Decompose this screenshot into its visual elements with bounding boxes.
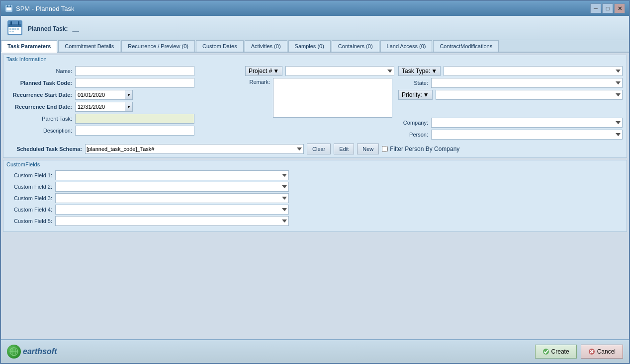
tab-containers[interactable]: Containers (0) bbox=[332, 40, 379, 52]
task-type-select[interactable] bbox=[444, 66, 623, 76]
priority-select[interactable] bbox=[436, 90, 623, 100]
person-select[interactable] bbox=[431, 130, 623, 140]
svg-rect-12 bbox=[14, 28, 16, 30]
project-row: Project # ▼ ▼ bbox=[245, 66, 394, 76]
cf-row-4: Custom Field 4: ▼ bbox=[7, 205, 623, 215]
edit-button[interactable]: Edit bbox=[334, 144, 354, 154]
name-label: Name: bbox=[7, 68, 72, 74]
parent-task-input[interactable] bbox=[75, 114, 194, 124]
name-input[interactable] bbox=[75, 66, 194, 76]
schema-row: Scheduled Task Schema: [planned_task_cod… bbox=[3, 143, 627, 157]
header-area: Planned Task: __ bbox=[1, 16, 629, 40]
spacer bbox=[398, 102, 623, 116]
project-dropdown-icon: ▼ bbox=[273, 68, 279, 74]
task-type-label-button[interactable]: Task Type: ▼ bbox=[398, 66, 441, 76]
recurrence-start-dropdown[interactable]: ▼ bbox=[125, 90, 133, 100]
tab-commitment-details[interactable]: Commitment Details bbox=[58, 40, 120, 52]
planned-task-code-input[interactable] bbox=[75, 78, 194, 88]
schema-select[interactable]: [planned_task_code]_Task# bbox=[85, 144, 304, 154]
person-row: Person: ▼ bbox=[398, 130, 623, 140]
recurrence-end-input[interactable] bbox=[75, 102, 133, 112]
svg-rect-11 bbox=[12, 28, 14, 30]
new-button[interactable]: New bbox=[357, 144, 379, 154]
svg-rect-14 bbox=[9, 31, 11, 32]
svg-rect-7 bbox=[8, 24, 21, 27]
project-select[interactable] bbox=[285, 66, 394, 76]
clear-button[interactable]: Clear bbox=[307, 144, 331, 154]
company-select[interactable] bbox=[431, 118, 623, 128]
close-button[interactable]: ✕ bbox=[614, 3, 625, 13]
tab-samples[interactable]: Samples (0) bbox=[288, 40, 331, 52]
filter-person-text: Filter Person By Company bbox=[390, 146, 459, 152]
state-select-wrap: ▼ bbox=[431, 78, 623, 88]
company-label: Company: bbox=[398, 120, 428, 126]
tab-task-parameters[interactable]: Task Parameters bbox=[1, 40, 57, 53]
project-label-button[interactable]: Project # ▼ bbox=[245, 66, 282, 76]
content-area: Task Information Name: Planned Task Code… bbox=[1, 53, 629, 339]
tab-activities[interactable]: Activities (0) bbox=[245, 40, 287, 52]
recurrence-end-dropdown[interactable]: ▼ bbox=[125, 102, 133, 112]
parent-task-row: Parent Task: bbox=[7, 114, 241, 124]
person-select-wrap: ▼ bbox=[431, 130, 623, 140]
svg-rect-9 bbox=[18, 21, 19, 25]
description-input[interactable] bbox=[75, 126, 194, 136]
cf-select-3[interactable] bbox=[55, 193, 289, 203]
custom-fields-layout: Custom Field 1: ▼ Custom Field 2: ▼ Cust… bbox=[3, 168, 627, 231]
cf-label-2: Custom Field 2: bbox=[7, 184, 52, 190]
task-type-row: Task Type: ▼ ▼ bbox=[398, 66, 623, 76]
company-row: Company: ▼ bbox=[398, 118, 623, 128]
recurrence-start-label: Recurrence Start Date: bbox=[7, 92, 72, 98]
recurrence-end-wrap: ▼ bbox=[75, 102, 133, 112]
state-row: State: ▼ bbox=[398, 78, 623, 88]
task-type-dropdown-icon: ▼ bbox=[431, 68, 437, 74]
tab-custom-dates[interactable]: Custom Dates bbox=[196, 40, 244, 52]
cancel-label: Cancel bbox=[597, 348, 616, 355]
description-label: Description: bbox=[7, 128, 72, 134]
filter-person-label[interactable]: Filter Person By Company bbox=[382, 146, 459, 152]
state-select[interactable] bbox=[431, 78, 623, 88]
cf-select-wrap-1: ▼ bbox=[55, 170, 289, 180]
cf-label-3: Custom Field 3: bbox=[7, 195, 52, 201]
priority-label-button[interactable]: Priority: ▼ bbox=[398, 90, 433, 100]
window-title: SPM - Planned Task bbox=[16, 5, 75, 12]
custom-fields-label: CustomFields bbox=[3, 160, 627, 168]
cf-label-4: Custom Field 4: bbox=[7, 207, 52, 213]
project-select-wrap: ▼ bbox=[285, 66, 394, 76]
cf-select-wrap-5: ▼ bbox=[55, 216, 289, 226]
create-button[interactable]: Create bbox=[535, 345, 577, 359]
name-row: Name: bbox=[7, 66, 241, 76]
schema-label: Scheduled Task Schema: bbox=[7, 146, 82, 152]
cf-select-5[interactable] bbox=[55, 216, 289, 226]
svg-rect-10 bbox=[9, 28, 11, 30]
tab-recurrence-preview[interactable]: Recurrence / Preview (0) bbox=[121, 40, 195, 52]
cf-select-2[interactable] bbox=[55, 182, 289, 192]
footer: earthsoft Create Cancel bbox=[1, 339, 629, 363]
logo-icon bbox=[7, 345, 21, 359]
tab-contract-modifications[interactable]: ContractModifications bbox=[433, 40, 499, 52]
create-label: Create bbox=[551, 348, 569, 355]
recurrence-end-label: Recurrence End Date: bbox=[7, 104, 72, 110]
remark-row: Remark: bbox=[245, 78, 394, 118]
globe-icon bbox=[9, 347, 18, 356]
cf-select-4[interactable] bbox=[55, 205, 289, 215]
logo-text: earthsoft bbox=[23, 347, 57, 356]
priority-dropdown-icon: ▼ bbox=[423, 91, 429, 98]
maximize-button[interactable]: □ bbox=[602, 3, 613, 13]
tab-land-access[interactable]: Land Access (0) bbox=[380, 40, 433, 52]
custom-fields-section: CustomFields Custom Field 1: ▼ Custom Fi… bbox=[3, 160, 627, 232]
recurrence-start-input[interactable] bbox=[75, 90, 133, 100]
remark-label: Remark: bbox=[245, 78, 270, 85]
minimize-button[interactable]: ─ bbox=[590, 3, 601, 13]
cf-select-wrap-3: ▼ bbox=[55, 193, 289, 203]
cancel-button[interactable]: Cancel bbox=[581, 345, 623, 359]
person-label: Person: bbox=[398, 132, 428, 138]
remark-textarea[interactable] bbox=[273, 78, 392, 118]
check-icon bbox=[542, 348, 549, 355]
svg-point-19 bbox=[543, 349, 549, 355]
cf-row-2: Custom Field 2: ▼ bbox=[7, 182, 623, 192]
schema-select-wrap: [planned_task_code]_Task# ▼ bbox=[85, 144, 304, 154]
cf-label-1: Custom Field 1: bbox=[7, 172, 52, 178]
cf-select-1[interactable] bbox=[55, 170, 289, 180]
filter-person-checkbox[interactable] bbox=[382, 146, 388, 152]
earthsoft-logo: earthsoft bbox=[7, 345, 57, 359]
